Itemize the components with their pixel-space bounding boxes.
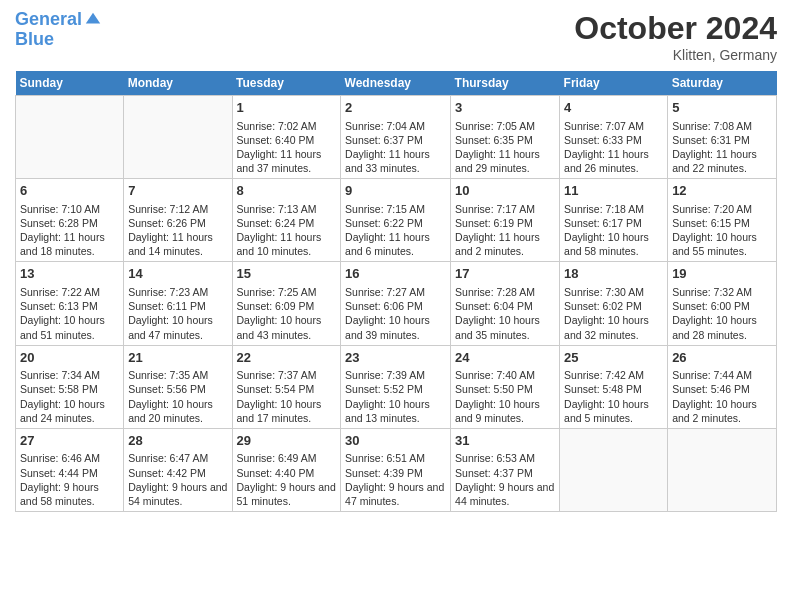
calendar-week-row: 27Sunrise: 6:46 AMSunset: 4:44 PMDayligh… <box>16 428 777 511</box>
cell-text: Daylight: 10 hours and 17 minutes. <box>237 397 337 425</box>
cell-text: Daylight: 11 hours and 29 minutes. <box>455 147 555 175</box>
cell-text: Sunrise: 7:28 AM <box>455 285 555 299</box>
calendar-cell: 31Sunrise: 6:53 AMSunset: 4:37 PMDayligh… <box>451 428 560 511</box>
page-container: General Blue October 2024 Klitten, Germa… <box>0 0 792 522</box>
calendar-cell: 28Sunrise: 6:47 AMSunset: 4:42 PMDayligh… <box>124 428 232 511</box>
day-number: 25 <box>564 349 663 367</box>
day-number: 29 <box>237 432 337 450</box>
weekday-header: Monday <box>124 71 232 96</box>
logo-icon <box>84 11 102 29</box>
day-number: 28 <box>128 432 227 450</box>
weekday-header: Thursday <box>451 71 560 96</box>
cell-text: Sunrise: 7:04 AM <box>345 119 446 133</box>
cell-text: Sunrise: 7:34 AM <box>20 368 119 382</box>
calendar-cell <box>16 96 124 179</box>
day-number: 27 <box>20 432 119 450</box>
cell-text: Sunrise: 6:46 AM <box>20 451 119 465</box>
cell-text: Daylight: 10 hours and 5 minutes. <box>564 397 663 425</box>
calendar-cell: 10Sunrise: 7:17 AMSunset: 6:19 PMDayligh… <box>451 179 560 262</box>
cell-text: Sunrise: 7:30 AM <box>564 285 663 299</box>
calendar-cell: 18Sunrise: 7:30 AMSunset: 6:02 PMDayligh… <box>560 262 668 345</box>
day-number: 1 <box>237 99 337 117</box>
calendar-week-row: 20Sunrise: 7:34 AMSunset: 5:58 PMDayligh… <box>16 345 777 428</box>
title-block: October 2024 Klitten, Germany <box>574 10 777 63</box>
cell-text: Sunset: 4:37 PM <box>455 466 555 480</box>
calendar-cell: 21Sunrise: 7:35 AMSunset: 5:56 PMDayligh… <box>124 345 232 428</box>
cell-text: Sunset: 5:48 PM <box>564 382 663 396</box>
calendar-cell: 26Sunrise: 7:44 AMSunset: 5:46 PMDayligh… <box>668 345 777 428</box>
cell-text: Daylight: 11 hours and 10 minutes. <box>237 230 337 258</box>
cell-text: Sunrise: 7:44 AM <box>672 368 772 382</box>
cell-text: Daylight: 9 hours and 47 minutes. <box>345 480 446 508</box>
cell-text: Sunset: 6:13 PM <box>20 299 119 313</box>
cell-text: Sunrise: 6:49 AM <box>237 451 337 465</box>
day-number: 19 <box>672 265 772 283</box>
cell-text: Sunset: 4:42 PM <box>128 466 227 480</box>
cell-text: Sunset: 6:19 PM <box>455 216 555 230</box>
day-number: 10 <box>455 182 555 200</box>
calendar-week-row: 6Sunrise: 7:10 AMSunset: 6:28 PMDaylight… <box>16 179 777 262</box>
day-number: 3 <box>455 99 555 117</box>
day-number: 4 <box>564 99 663 117</box>
cell-text: Sunset: 6:22 PM <box>345 216 446 230</box>
cell-text: Sunrise: 7:18 AM <box>564 202 663 216</box>
day-number: 8 <box>237 182 337 200</box>
cell-text: Daylight: 11 hours and 37 minutes. <box>237 147 337 175</box>
cell-text: Sunset: 6:31 PM <box>672 133 772 147</box>
cell-text: Daylight: 11 hours and 33 minutes. <box>345 147 446 175</box>
weekday-header-row: SundayMondayTuesdayWednesdayThursdayFrid… <box>16 71 777 96</box>
cell-text: Sunrise: 7:22 AM <box>20 285 119 299</box>
svg-marker-0 <box>86 13 100 24</box>
day-number: 22 <box>237 349 337 367</box>
cell-text: Daylight: 11 hours and 18 minutes. <box>20 230 119 258</box>
cell-text: Sunset: 6:33 PM <box>564 133 663 147</box>
cell-text: Sunrise: 7:10 AM <box>20 202 119 216</box>
cell-text: Sunset: 6:04 PM <box>455 299 555 313</box>
calendar-cell: 8Sunrise: 7:13 AMSunset: 6:24 PMDaylight… <box>232 179 341 262</box>
header: General Blue October 2024 Klitten, Germa… <box>15 10 777 63</box>
cell-text: Sunrise: 7:07 AM <box>564 119 663 133</box>
calendar-cell: 30Sunrise: 6:51 AMSunset: 4:39 PMDayligh… <box>341 428 451 511</box>
cell-text: Sunrise: 6:53 AM <box>455 451 555 465</box>
day-number: 6 <box>20 182 119 200</box>
day-number: 23 <box>345 349 446 367</box>
cell-text: Sunset: 6:09 PM <box>237 299 337 313</box>
cell-text: Daylight: 10 hours and 9 minutes. <box>455 397 555 425</box>
calendar-table: SundayMondayTuesdayWednesdayThursdayFrid… <box>15 71 777 512</box>
weekday-header: Wednesday <box>341 71 451 96</box>
cell-text: Daylight: 10 hours and 39 minutes. <box>345 313 446 341</box>
cell-text: Sunrise: 7:02 AM <box>237 119 337 133</box>
day-number: 13 <box>20 265 119 283</box>
cell-text: Sunrise: 7:15 AM <box>345 202 446 216</box>
calendar-cell <box>668 428 777 511</box>
cell-text: Sunset: 6:00 PM <box>672 299 772 313</box>
weekday-header: Friday <box>560 71 668 96</box>
day-number: 31 <box>455 432 555 450</box>
cell-text: Daylight: 11 hours and 2 minutes. <box>455 230 555 258</box>
cell-text: Sunset: 6:02 PM <box>564 299 663 313</box>
calendar-cell: 27Sunrise: 6:46 AMSunset: 4:44 PMDayligh… <box>16 428 124 511</box>
cell-text: Daylight: 10 hours and 58 minutes. <box>564 230 663 258</box>
cell-text: Sunset: 6:06 PM <box>345 299 446 313</box>
calendar-week-row: 1Sunrise: 7:02 AMSunset: 6:40 PMDaylight… <box>16 96 777 179</box>
calendar-cell: 5Sunrise: 7:08 AMSunset: 6:31 PMDaylight… <box>668 96 777 179</box>
calendar-cell: 6Sunrise: 7:10 AMSunset: 6:28 PMDaylight… <box>16 179 124 262</box>
cell-text: Daylight: 10 hours and 35 minutes. <box>455 313 555 341</box>
cell-text: Sunset: 6:26 PM <box>128 216 227 230</box>
cell-text: Sunrise: 7:35 AM <box>128 368 227 382</box>
calendar-cell: 20Sunrise: 7:34 AMSunset: 5:58 PMDayligh… <box>16 345 124 428</box>
cell-text: Daylight: 10 hours and 24 minutes. <box>20 397 119 425</box>
logo: General Blue <box>15 10 102 50</box>
calendar-cell: 7Sunrise: 7:12 AMSunset: 6:26 PMDaylight… <box>124 179 232 262</box>
cell-text: Daylight: 11 hours and 22 minutes. <box>672 147 772 175</box>
day-number: 2 <box>345 99 446 117</box>
cell-text: Sunrise: 7:13 AM <box>237 202 337 216</box>
calendar-cell: 19Sunrise: 7:32 AMSunset: 6:00 PMDayligh… <box>668 262 777 345</box>
calendar-cell: 12Sunrise: 7:20 AMSunset: 6:15 PMDayligh… <box>668 179 777 262</box>
calendar-cell: 15Sunrise: 7:25 AMSunset: 6:09 PMDayligh… <box>232 262 341 345</box>
cell-text: Daylight: 9 hours and 51 minutes. <box>237 480 337 508</box>
day-number: 16 <box>345 265 446 283</box>
cell-text: Sunset: 5:54 PM <box>237 382 337 396</box>
day-number: 17 <box>455 265 555 283</box>
day-number: 5 <box>672 99 772 117</box>
